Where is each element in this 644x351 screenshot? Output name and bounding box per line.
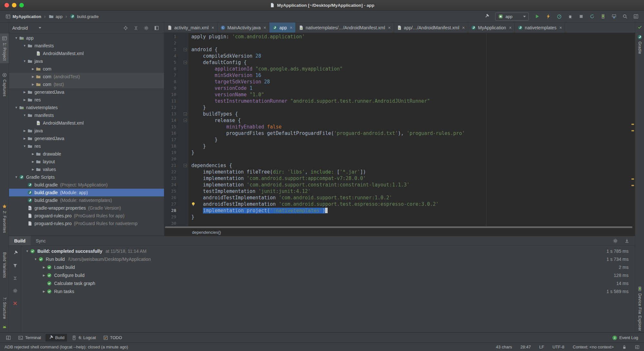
- fold-marker-icon[interactable]: −: [184, 112, 187, 116]
- zoom-window-button[interactable]: [19, 3, 24, 7]
- hide-button[interactable]: [152, 24, 161, 32]
- code-line[interactable]: implementation fileTree(dir: 'libs', inc…: [191, 169, 635, 175]
- project-tree-item[interactable]: build.gradle(Module: nativetemplates): [9, 196, 164, 204]
- close-tab-icon[interactable]: ×: [290, 25, 293, 30]
- status-widget[interactable]: UTF-8: [553, 345, 564, 349]
- settings-button[interactable]: [11, 287, 19, 295]
- expand-arrow-icon[interactable]: ▶: [30, 152, 36, 156]
- line-number[interactable]: 27: [164, 201, 188, 207]
- close-window-button[interactable]: [5, 3, 9, 7]
- expand-arrow-icon[interactable]: ▶: [30, 83, 36, 86]
- project-tree-item[interactable]: AndroidManifest.xml: [9, 119, 164, 127]
- tool-strip-tab-1-project[interactable]: 1: Project: [0, 33, 9, 63]
- build-tree-row[interactable]: ▶Load build2 ms: [21, 263, 635, 271]
- expand-arrow-icon[interactable]: ▶: [41, 266, 47, 269]
- project-tree-item[interactable]: ▼manifests: [9, 42, 164, 50]
- build-tree-row[interactable]: ▶Configure build128 ms: [21, 271, 635, 279]
- project-tree-item[interactable]: gradle-wrapper.properties(Gradle Version…: [9, 204, 164, 212]
- intention-bulb-icon[interactable]: [191, 202, 196, 207]
- editor-tab[interactable]: app×: [269, 23, 296, 33]
- close-tab-icon[interactable]: ×: [509, 25, 512, 30]
- code-line[interactable]: minifyEnabled false: [191, 124, 635, 130]
- code-line[interactable]: android {: [191, 46, 635, 53]
- code-line[interactable]: applicationId "com.google.ads.myapplicat…: [191, 66, 635, 72]
- breadcrumb-item[interactable]: app: [47, 13, 64, 20]
- code-line[interactable]: [191, 220, 635, 226]
- line-number[interactable]: 12: [164, 104, 188, 111]
- project-tree-item[interactable]: ▼java: [9, 57, 164, 65]
- line-number[interactable]: 14−: [164, 117, 188, 124]
- make-project-button[interactable]: [482, 12, 491, 21]
- line-number[interactable]: 26: [164, 194, 188, 201]
- expand-arrow-icon[interactable]: ▼: [24, 250, 30, 253]
- toolwindow-grid-icon[interactable]: [635, 345, 639, 349]
- expand-arrow-icon[interactable]: ▶: [22, 137, 27, 140]
- project-tree-item[interactable]: proguard-rules.pro(ProGuard Rules for ap…: [9, 212, 164, 220]
- code-line[interactable]: testInstrumentationRunner "android.suppo…: [191, 98, 635, 104]
- project-tree-item[interactable]: ▶generatedJava: [9, 88, 164, 96]
- project-view-mode-select[interactable]: Android: [12, 25, 41, 31]
- code-area[interactable]: apply plugin: 'com.android.application'a…: [188, 33, 635, 226]
- editor-tab[interactable]: app/…/AndroidManifest.xml×: [394, 23, 468, 33]
- project-tree-item[interactable]: ▼manifests: [9, 111, 164, 119]
- line-number[interactable]: 2: [164, 40, 188, 46]
- line-number[interactable]: 24: [164, 182, 188, 188]
- code-line[interactable]: }: [191, 104, 635, 111]
- close-tab-icon[interactable]: ×: [264, 25, 266, 30]
- expand-arrow-icon[interactable]: ▼: [22, 44, 27, 47]
- code-line[interactable]: implementation project(':nativetemplates…: [191, 207, 635, 214]
- code-line[interactable]: dependencies {: [191, 162, 635, 169]
- export-button[interactable]: [623, 237, 631, 245]
- project-tree-item[interactable]: ▶drawable: [9, 150, 164, 158]
- expand-arrow-icon[interactable]: ▶: [22, 129, 27, 132]
- line-number[interactable]: 23: [164, 175, 188, 182]
- expand-arrow-icon[interactable]: ▶: [41, 290, 47, 293]
- project-tree-item[interactable]: ▼Gradle Scripts: [9, 173, 164, 181]
- avd-manager-button[interactable]: [599, 12, 607, 21]
- run-config-select[interactable]: app: [495, 13, 529, 21]
- scrollbar-thumb[interactable]: [165, 226, 632, 228]
- line-number[interactable]: 17: [164, 137, 188, 143]
- line-number[interactable]: 4: [164, 53, 188, 59]
- code-line[interactable]: [191, 156, 635, 162]
- line-number[interactable]: 9: [164, 85, 188, 91]
- code-line[interactable]: androidTestImplementation 'com.android.s…: [191, 194, 635, 201]
- toolwindow-grid-button[interactable]: [632, 12, 640, 21]
- restart-build-button[interactable]: [11, 249, 19, 257]
- code-line[interactable]: defaultConfig {: [191, 59, 635, 66]
- line-number[interactable]: 29: [164, 214, 188, 220]
- status-widget[interactable]: 28:47: [520, 345, 531, 349]
- expand-arrow-icon[interactable]: ▼: [22, 114, 27, 117]
- build-panel-tab-sync[interactable]: Sync: [31, 236, 51, 245]
- tool-strip-tab-build-variants[interactable]: Build Variants: [0, 250, 9, 280]
- project-tree-item[interactable]: ▼app: [9, 34, 164, 42]
- project-tree-item[interactable]: ▶com(test): [9, 81, 164, 88]
- line-number[interactable]: 11: [164, 98, 188, 104]
- line-number[interactable]: 16: [164, 130, 188, 137]
- line-number[interactable]: 3−: [164, 46, 188, 53]
- code-line[interactable]: buildTypes {: [191, 111, 635, 117]
- project-tree-item[interactable]: ▶com: [9, 65, 164, 73]
- lock-icon[interactable]: [622, 345, 627, 349]
- project-tree-item[interactable]: ▼nativetemplates: [9, 104, 164, 111]
- project-tree-item[interactable]: ▶res: [9, 96, 164, 104]
- expand-arrow-icon[interactable]: ▶: [22, 98, 27, 101]
- expand-arrow-icon[interactable]: ▶: [41, 274, 47, 277]
- apply-changes-button[interactable]: [544, 12, 553, 21]
- code-line[interactable]: minSdkVersion 16: [191, 72, 635, 79]
- close-tab-icon[interactable]: ×: [462, 25, 465, 30]
- editor-tab[interactable]: CMainActivity.java×: [217, 23, 269, 33]
- line-number[interactable]: 21−: [164, 162, 188, 169]
- code-line[interactable]: }: [191, 137, 635, 143]
- fold-marker-icon[interactable]: −: [184, 119, 187, 122]
- editor-tab[interactable]: nativetemplates×: [515, 23, 565, 33]
- breadcrumb-item[interactable]: MyApplication: [4, 13, 43, 20]
- expand-arrow-icon[interactable]: ▼: [14, 106, 19, 109]
- expand-arrow-icon[interactable]: ▶: [30, 168, 36, 171]
- toolwindow-button-build[interactable]: Build: [45, 334, 67, 342]
- code-line[interactable]: versionCode 1: [191, 85, 635, 91]
- fold-marker-icon[interactable]: −: [184, 164, 187, 167]
- line-number[interactable]: 28: [164, 207, 188, 214]
- status-widget[interactable]: LF: [539, 345, 544, 349]
- editor-tab[interactable]: </>activity_main.xml×: [164, 23, 217, 33]
